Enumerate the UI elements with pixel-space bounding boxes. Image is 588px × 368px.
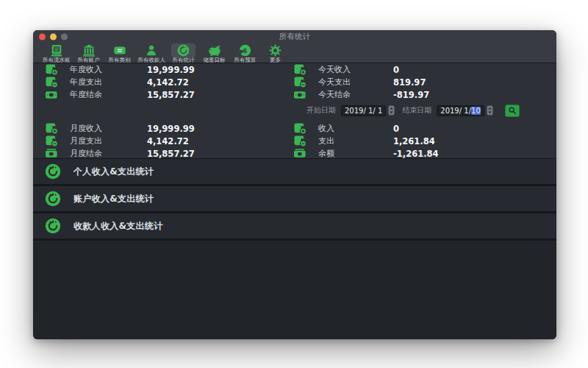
toolbar-item-budgets[interactable]: $ 所有预算	[230, 43, 260, 63]
stat-row-today-expense: 今天支出 819.97	[293, 76, 426, 88]
stat-value: 0	[393, 65, 399, 75]
pie-chart-icon	[45, 218, 61, 234]
toolbar-label: 所有账户	[78, 57, 100, 63]
stat-label: 今天收入	[318, 64, 393, 75]
stat-row-range-expense: 支出 1,261.84	[293, 135, 435, 147]
wallet-minus-icon	[293, 135, 308, 147]
wallet-plus-icon	[293, 63, 308, 76]
toolbar-item-more[interactable]: 更多	[260, 43, 290, 63]
app-window: 所有统计 所有流水账	[33, 30, 556, 339]
section-payee-stats[interactable]: 收款人收入&支出统计	[33, 213, 556, 241]
magnifier-icon	[508, 106, 517, 115]
toolbar-item-accounts[interactable]: 所有账户	[74, 43, 104, 63]
stat-value: 15,857.27	[147, 149, 195, 159]
statistics-panel: 年度收入 19,999.99 年度支出 4,142.72	[33, 63, 556, 159]
section-personal-stats[interactable]: 个人收入&支出统计	[33, 159, 556, 186]
stat-value: -819.97	[393, 90, 429, 100]
stat-label: 年度结余	[70, 89, 147, 100]
person-icon	[139, 43, 164, 57]
stat-label: 收入	[318, 123, 393, 134]
toolbar-item-savings-goals[interactable]: 储蓄目标	[198, 43, 230, 63]
end-date-label: 结束日期	[402, 105, 431, 116]
wallet-minus-icon	[45, 135, 60, 147]
stat-row-monthly-expense: 月度支出 4,142.72	[45, 135, 189, 147]
wallet-plus-icon	[45, 63, 60, 76]
stat-value: -1,261.84	[393, 149, 439, 159]
wallet-minus-icon	[45, 76, 60, 88]
pie-chart-icon	[45, 163, 61, 180]
window-title: 所有统计	[279, 32, 310, 42]
piggy-bank-icon	[201, 43, 227, 57]
date-filter-row: 开始日期 2019/ 1/ 1 结束日期 2019/ 1/10	[306, 104, 520, 117]
toolbar-label: 储蓄目标	[204, 57, 226, 63]
pie-chart-icon	[171, 43, 196, 57]
section-label: 账户收入&支出统计	[74, 193, 154, 205]
toolbar-label: 所有预算	[234, 57, 257, 63]
empty-content-area	[33, 241, 556, 339]
stat-row-monthly-income: 月度收入 19,999.99	[45, 122, 195, 135]
toolbar-label: 所有收款人	[138, 57, 166, 63]
stat-label: 月度收入	[70, 123, 147, 134]
toolbar-item-statistics[interactable]: 所有统计	[168, 43, 198, 63]
minimize-button[interactable]	[50, 34, 57, 40]
banknote-icon	[293, 88, 308, 101]
start-date-label: 开始日期	[306, 105, 336, 116]
stat-value: 1,261.84	[393, 136, 435, 146]
stat-label: 余额	[318, 148, 393, 159]
stat-label: 月度结余	[70, 148, 147, 159]
stat-value: 0	[393, 124, 399, 134]
toolbar-item-categories[interactable]: 所有类别	[104, 43, 135, 63]
pie-chart-icon	[45, 191, 61, 207]
stat-value: 19,999.99	[147, 65, 195, 75]
stat-value: 15,857.27	[147, 90, 195, 100]
toolbar-label: 所有类别	[109, 57, 131, 63]
stat-value: 4,142.72	[147, 136, 189, 146]
start-date-stepper[interactable]	[388, 105, 395, 116]
zoom-button[interactable]	[61, 34, 68, 40]
category-card-icon	[107, 43, 132, 57]
search-button[interactable]	[505, 105, 520, 117]
section-label: 收款人收入&支出统计	[74, 220, 162, 233]
toolbar-label: 更多	[270, 57, 281, 63]
title-bar: 所有统计	[33, 30, 556, 43]
selected-date-segment[interactable]: 10	[471, 107, 481, 115]
bank-icon	[76, 43, 101, 57]
stat-label: 年度收入	[70, 64, 147, 75]
stat-row-range-income: 收入 0	[293, 122, 399, 135]
close-button[interactable]	[39, 34, 46, 40]
toolbar-item-transactions[interactable]: 所有流水账	[40, 43, 74, 63]
wallet-plus-icon	[293, 122, 308, 135]
stat-value: 19,999.99	[147, 124, 195, 134]
stat-row-monthly-balance: 月度结余 15,857.27	[45, 147, 195, 160]
dollar-coin-icon: $	[233, 43, 257, 57]
toolbar-item-payees[interactable]: 所有收款人	[135, 43, 169, 63]
end-date-stepper[interactable]	[487, 105, 493, 116]
stat-row-yearly-expense: 年度支出 4,142.72	[45, 76, 189, 88]
section-account-stats[interactable]: 账户收入&支出统计	[33, 186, 556, 213]
ledger-icon	[44, 43, 69, 57]
stat-label: 年度支出	[70, 77, 147, 88]
banknote-icon	[45, 88, 60, 101]
section-label: 个人收入&支出统计	[74, 166, 154, 178]
stat-label: 支出	[318, 135, 393, 146]
banknote-icon	[45, 147, 60, 160]
stat-row-today-income: 今天收入 0	[293, 63, 399, 76]
stat-label: 今天支出	[318, 77, 393, 88]
stat-row-yearly-income: 年度收入 19,999.99	[45, 63, 195, 76]
toolbar-label: 所有统计	[173, 57, 195, 63]
stat-row-range-balance: 余额 -1,261.84	[293, 147, 439, 160]
start-date-field[interactable]: 2019/ 1/ 1	[341, 105, 386, 116]
gear-icon	[263, 43, 287, 57]
stat-label: 今天结余	[318, 89, 393, 100]
toolbar: 所有流水账 所有账户	[33, 43, 556, 63]
stat-label: 月度支出	[70, 135, 147, 146]
svg-text:$: $	[243, 47, 247, 54]
end-date-field[interactable]: 2019/ 1/10	[437, 105, 484, 116]
wallet-minus-icon	[293, 76, 308, 88]
wallet-plus-icon	[45, 122, 60, 135]
stat-value: 4,142.72	[147, 77, 189, 88]
traffic-lights	[39, 34, 68, 40]
toolbar-label: 所有流水账	[43, 57, 71, 63]
stat-row-yearly-balance: 年度结余 15,857.27	[45, 88, 195, 101]
stat-value: 819.97	[393, 77, 426, 88]
